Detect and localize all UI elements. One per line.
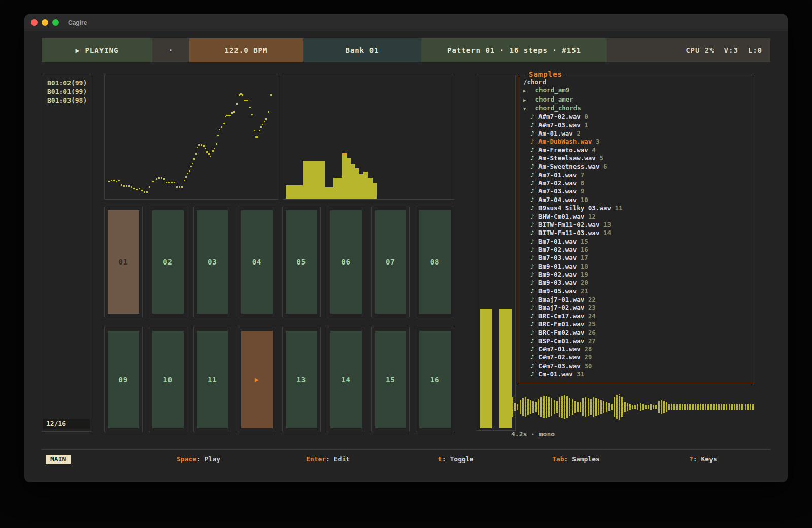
zoom-window-button[interactable]	[52, 19, 59, 26]
shortcut-key: Tab	[552, 455, 564, 463]
file-item[interactable]: ♪Bm7-03.wav 17	[523, 254, 752, 262]
file-item[interactable]: ♪Am-Freeto.wav 4	[523, 146, 752, 154]
samples-file-list[interactable]: /chord▶ chord_am9▶ chord_amer▼ chord_cho…	[523, 78, 752, 381]
scatter-point	[233, 111, 235, 113]
file-name: Bmaj7-01.wav	[538, 295, 584, 303]
file-item[interactable]: ♪A#m7-02.wav 0	[523, 113, 752, 121]
pad-14[interactable]: 14	[330, 331, 362, 428]
pad-09[interactable]: 09	[108, 331, 139, 428]
music-note-icon: ♪	[530, 312, 538, 320]
file-item[interactable]: ♪Bm7-01.wav 15	[523, 238, 752, 246]
file-name: Bm9-02.wav	[538, 271, 577, 278]
pad-06[interactable]: 06	[330, 210, 362, 314]
music-note-icon: ♪	[530, 271, 538, 279]
pad-10[interactable]: 10	[152, 331, 184, 428]
file-item[interactable]: ♪Am7-03.wav 9	[523, 187, 752, 195]
folder-item[interactable]: ▼ chord_chords	[523, 104, 752, 113]
file-item[interactable]: ♪Am7-02.wav 8	[523, 179, 752, 187]
file-index: 7	[577, 171, 584, 179]
waveform-column	[532, 401, 534, 413]
file-item[interactable]: ♪Am-01.wav 2	[523, 129, 752, 138]
level-meter-left	[480, 309, 492, 428]
file-item[interactable]: ♪BRC-Fm02.wav 26	[523, 328, 752, 337]
file-item[interactable]: ♪C#m7-02.wav 29	[523, 353, 752, 361]
pad-12[interactable]: ▶	[241, 331, 273, 428]
pad-04[interactable]: 04	[241, 210, 273, 314]
pad-01[interactable]: 01	[108, 210, 139, 314]
file-index: 1	[581, 121, 588, 129]
file-item[interactable]: ♪A#m7-03.wav 1	[523, 121, 752, 129]
waveform-column	[718, 404, 720, 410]
waveform-column	[580, 402, 581, 412]
minimize-window-button[interactable]	[42, 19, 48, 26]
pad-07[interactable]: 07	[375, 210, 407, 314]
waveform-column	[721, 404, 722, 410]
file-name: C#m7-01.wav	[538, 345, 581, 353]
file-item[interactable]: ♪BITW-Fm11-02.wav 13	[523, 221, 752, 229]
file-item[interactable]: ♪Am-Steelsaw.wav 5	[523, 154, 752, 162]
pad-04-cell: 04	[238, 207, 276, 317]
file-item[interactable]: ♪Bm9-05.wav 21	[523, 287, 752, 295]
file-item[interactable]: ♪Am-DubWash.wav 3	[523, 138, 752, 146]
scatter-point	[166, 182, 167, 183]
file-item[interactable]: ♪Bm7-02.wav 16	[523, 246, 752, 254]
music-note-icon: ♪	[530, 221, 538, 229]
file-item[interactable]: ♪B9sus4 Silky 03.wav 11	[523, 204, 752, 212]
file-item[interactable]: ♪Am-Sweetness.wav 6	[523, 162, 752, 171]
scatter-point	[268, 111, 269, 113]
file-index: 14	[599, 229, 611, 237]
scatter-point	[264, 121, 265, 122]
level-meters-panel	[476, 75, 516, 431]
file-item[interactable]: ♪BHW-Cm01.wav 12	[523, 213, 752, 221]
music-note-icon: ♪	[530, 187, 538, 195]
pad-16[interactable]: 16	[419, 331, 451, 428]
waveform-column	[695, 404, 696, 410]
waveform-column	[710, 404, 712, 410]
file-item[interactable]: ♪BRC-Cm17.wav 24	[523, 312, 752, 320]
file-index: 22	[584, 295, 596, 303]
pad-15[interactable]: 15	[375, 331, 407, 428]
pad-11[interactable]: 11	[197, 331, 228, 428]
file-item[interactable]: ♪Bm9-01.wav 18	[523, 262, 752, 271]
pad-14-cell: 14	[327, 327, 365, 432]
file-item[interactable]: ♪Cm-01.wav 31	[523, 370, 752, 378]
file-item[interactable]: ♪Bmaj7-02.wav 23	[523, 304, 752, 312]
folder-item[interactable]: ▶ chord_amer	[523, 95, 752, 104]
waveform-column	[588, 398, 589, 416]
file-item[interactable]: ♪BSP-Cm01.wav 27	[523, 337, 752, 345]
file-item[interactable]: ♪Am7-04.wav 10	[523, 196, 752, 204]
file-name: Am7-02.wav	[538, 179, 577, 187]
file-item[interactable]: ♪Bm9-03.wav 20	[523, 279, 752, 287]
pad-05[interactable]: 05	[286, 210, 317, 314]
waveform-column	[676, 404, 678, 410]
pattern-display: Pattern 01 · 16 steps · #151	[421, 38, 607, 62]
file-item[interactable]: ♪C#m7-03.wav 30	[523, 362, 752, 370]
pad-08[interactable]: 08	[419, 210, 451, 314]
file-index: 18	[577, 262, 588, 270]
file-item[interactable]: ♪BRC-Fm01.wav 25	[523, 320, 752, 328]
scatter-point	[205, 148, 206, 149]
pad-02-cell: 02	[149, 207, 187, 317]
file-item[interactable]: ♪Am7-01.wav 7	[523, 171, 752, 179]
waveform-column	[741, 404, 743, 410]
waveform-column	[731, 404, 733, 410]
waveform-column	[663, 401, 665, 413]
file-name: Am7-01.wav	[538, 171, 577, 179]
file-item[interactable]: ♪Bm9-02.wav 19	[523, 271, 752, 279]
pad-03[interactable]: 03	[197, 210, 228, 314]
pad-13[interactable]: 13	[286, 331, 317, 428]
file-index: 23	[584, 304, 596, 311]
pad-02[interactable]: 02	[152, 210, 184, 314]
file-item[interactable]: ♪Bmaj7-01.wav 22	[523, 295, 752, 304]
file-item[interactable]: ♪BITW-Fm11-03.wav 14	[523, 229, 752, 237]
folder-item[interactable]: ▶ chord_am9	[523, 86, 752, 95]
scatter-point	[221, 126, 222, 128]
file-name: Bm9-01.wav	[538, 262, 577, 270]
scatter-point	[123, 185, 125, 187]
scatter-point	[190, 166, 192, 167]
file-item[interactable]: ♪C#m7-01.wav 28	[523, 345, 752, 353]
close-window-button[interactable]	[31, 19, 38, 26]
waveform-column	[653, 405, 654, 409]
waveform-column	[619, 394, 620, 420]
music-note-icon: ♪	[530, 279, 538, 287]
